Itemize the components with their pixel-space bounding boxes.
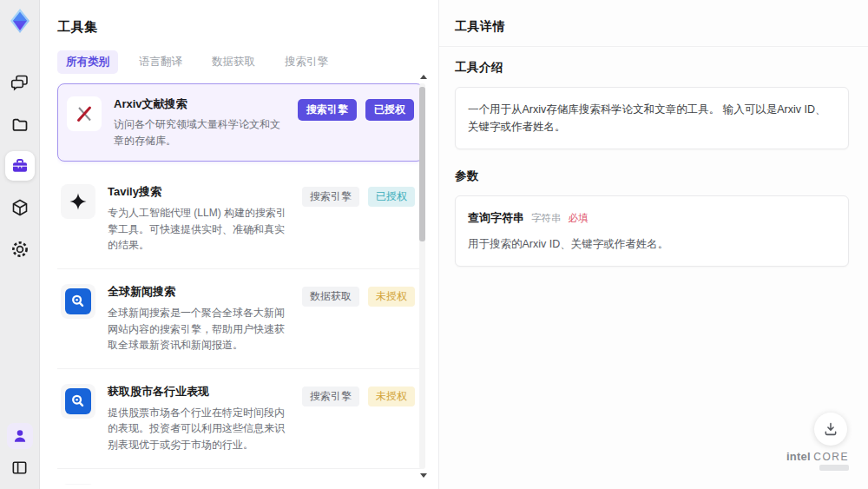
category-badge: 搜索引擎: [302, 187, 359, 207]
param-name: 查询字符串: [468, 209, 524, 228]
param-type: 字符串: [531, 210, 562, 226]
tool-name: 获取市场最活跃股票信息: [108, 484, 290, 485]
panel-toggle-icon: [10, 459, 29, 477]
tool-description: 专为人工智能代理 (LLM) 构建的搜索引擎工具。可快速提供实时、准确和真实的结…: [108, 205, 290, 254]
intel-logo-underline: [819, 465, 849, 471]
sidebar-item-user[interactable]: [7, 423, 33, 449]
scroll-up-arrow-icon[interactable]: [420, 75, 427, 79]
tool-detail-panel: 工具详情 工具介绍 一个用于从Arxiv存储库搜索科学论文和文章的工具。 输入可…: [438, 0, 868, 489]
auth-status-badge: 未授权: [368, 287, 415, 307]
tool-name: Arxiv文献搜索: [114, 96, 286, 112]
download-button[interactable]: [814, 413, 847, 446]
auth-status-badge: 已授权: [368, 187, 415, 207]
app-window: 工具集 所有类别 语言翻译 数据获取 搜索引擎 Arxiv文献搜索 访问各个研究…: [0, 0, 868, 489]
arxiv-icon: [67, 96, 102, 131]
sidebar-item-tools[interactable]: [5, 151, 35, 181]
gear-icon: [10, 240, 30, 259]
tool-description: 全球新闻搜索是一个聚合全球各大新闻网站内容的搜索引擎，帮助用户快速获取全球最新资…: [108, 305, 290, 354]
category-badge: 搜索引擎: [302, 387, 359, 406]
tool-card-stock-sectors[interactable]: 获取股市各行业表现 提供股票市场各个行业在特定时间段内的表现。投资者可以利用这些…: [57, 369, 424, 469]
tavily-star-icon: [61, 184, 95, 219]
tool-intro-box: 一个用于从Arxiv存储库搜索科学论文和文章的工具。 输入可以是Arxiv ID…: [455, 87, 849, 149]
sidebar-item-settings[interactable]: [5, 235, 35, 264]
briefcase-icon: [10, 156, 30, 175]
param-required-flag: 必填: [569, 210, 589, 226]
auth-status-badge: 未授权: [368, 387, 415, 406]
stock-sector-icon: [65, 388, 91, 414]
folder-icon: [10, 115, 30, 134]
sidebar-item-models[interactable]: [5, 193, 35, 222]
tool-card-tavily[interactable]: Tavily搜索 专为人工智能代理 (LLM) 构建的搜索引擎工具。可快速提供实…: [57, 169, 424, 269]
sidebar-item-collapse[interactable]: [7, 454, 33, 480]
category-badge: 搜索引擎: [298, 99, 357, 121]
tool-description: 访问各个研究领域大量科学论文和文章的存储库。: [114, 116, 286, 149]
intro-section-heading: 工具介绍: [455, 60, 849, 76]
sidebar-bottom: [7, 423, 33, 480]
tool-card-global-news[interactable]: 全球新闻搜索 全球新闻搜索是一个聚合全球各大新闻网站内容的搜索引擎，帮助用户快速…: [57, 269, 424, 369]
scroll-down-arrow-icon[interactable]: [420, 473, 427, 478]
news-search-icon: [65, 288, 91, 314]
auth-status-badge: 已授权: [365, 99, 414, 121]
tool-description: 提供股票市场各个行业在特定时间段内的表现。投资者可以利用这些信息来识别表现优于或…: [108, 405, 290, 453]
tool-card-arxiv[interactable]: Arxiv文献搜索 访问各个研究领域大量科学论文和文章的存储库。 搜索引擎 已授…: [57, 83, 424, 162]
tab-all-categories[interactable]: 所有类别: [57, 50, 118, 74]
page-title: 工具集: [57, 19, 438, 36]
detail-panel-title: 工具详情: [455, 19, 852, 35]
tool-name: 获取股市各行业表现: [108, 384, 290, 400]
tool-name: Tavily搜索: [108, 184, 290, 200]
tool-card-list: Arxiv文献搜索 访问各个研究领域大量科学论文和文章的存储库。 搜索引擎 已授…: [57, 83, 424, 485]
diamond-logo-icon: [6, 7, 34, 35]
params-section-heading: 参数: [455, 169, 849, 184]
category-tabs: 所有类别 语言翻译 数据获取 搜索引擎: [57, 50, 438, 74]
category-badge: 数据获取: [302, 287, 359, 307]
tab-search-engine[interactable]: 搜索引擎: [276, 50, 337, 74]
app-logo: [6, 7, 34, 35]
param-description: 用于搜索的Arxiv ID、关键字或作者姓名。: [468, 235, 836, 253]
tool-name: 全球新闻搜索: [108, 284, 290, 300]
sidebar-item-chat[interactable]: [5, 68, 35, 97]
sidebar-item-files[interactable]: [5, 109, 35, 139]
tab-data-acquisition[interactable]: 数据获取: [203, 50, 264, 74]
cube-icon: [10, 198, 30, 217]
core-brand-text: CORE: [813, 451, 849, 463]
parameter-box: 查询字符串 字符串 必填 用于搜索的Arxiv ID、关键字或作者姓名。: [455, 195, 849, 267]
tools-list-panel: 工具集 所有类别 语言翻译 数据获取 搜索引擎 Arxiv文献搜索 访问各个研究…: [40, 0, 438, 489]
intel-core-logo: intel CORE: [786, 450, 849, 471]
tool-card-active-stocks[interactable]: 获取市场最活跃股票信息 提供当天交易量最高的股票列表，投资者可以利用这些信息来识…: [57, 469, 424, 485]
user-icon: [11, 427, 29, 445]
sidebar: [0, 0, 40, 489]
chat-icon: [10, 73, 30, 92]
sidebar-nav: [5, 68, 35, 264]
download-icon: [822, 420, 839, 438]
tab-language-translation[interactable]: 语言翻译: [130, 50, 191, 74]
intel-brand-text: intel: [786, 450, 811, 463]
list-scrollbar-thumb[interactable]: [419, 87, 425, 241]
